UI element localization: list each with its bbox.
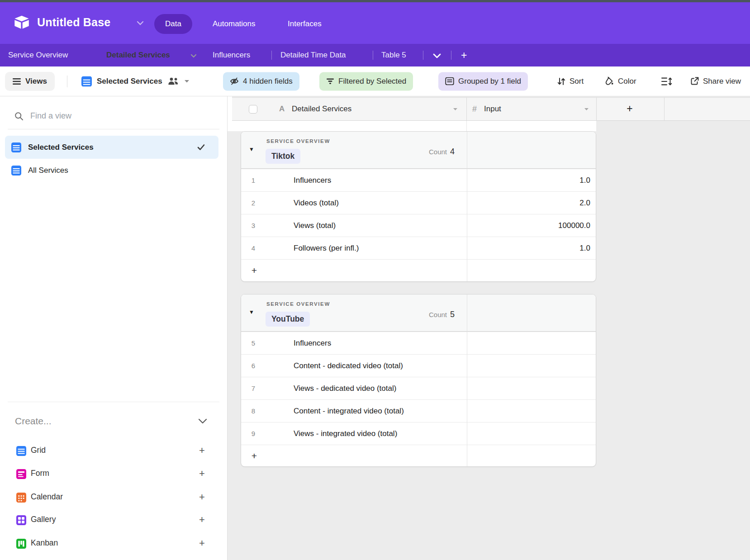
group-field-label: SERVICE OVERVIEW [266,138,330,144]
cell-service-name[interactable]: Content - dedicated video (total) [294,355,403,377]
airtable-logo-icon[interactable] [14,15,30,30]
create-item-label: Form [31,469,49,478]
cell-service-name[interactable]: Views (total) [294,214,336,237]
table-tab-service-overview[interactable]: Service Overview [8,44,68,66]
column-header-input[interactable]: Input [484,98,501,120]
find-view-search[interactable]: Find a view [14,111,71,121]
sidebar-view-all-services[interactable]: All Services [5,159,218,182]
cell-input-value[interactable]: 100000.0 [467,214,596,237]
table-row: 6 Content - dedicated video (total) [241,354,596,377]
grid-gutter [228,96,232,131]
topnav-tab-automations[interactable]: Automations [202,14,266,34]
base-menu-chevron-icon[interactable] [137,21,144,25]
table-row: 1 Influencers 1.0 [241,169,596,191]
cell-input-value[interactable] [467,332,596,354]
cell-service-name[interactable]: Views - integrated video (total) [294,422,397,445]
cell-service-name[interactable]: Influencers [294,169,331,191]
collaborators-icon[interactable] [167,77,179,86]
create-item-form[interactable]: Form + [0,463,228,485]
column-divider [596,98,597,120]
row-number[interactable]: 9 [241,422,266,445]
create-item-label: Gallery [31,515,56,524]
collapse-triangle-icon[interactable]: ▼ [249,309,254,315]
add-row-row[interactable]: + [241,259,596,282]
row-number[interactable]: 2 [241,192,266,214]
topnav-tab-data[interactable]: Data [154,14,192,34]
collapse-triangle-icon[interactable]: ▼ [249,146,254,152]
cell-service-name[interactable]: Followers (per infl.) [294,237,359,259]
cell-service-name[interactable]: Views - dedicated video (total) [294,377,396,399]
share-view-button[interactable]: Share view [690,77,741,86]
create-section-header[interactable]: Create... [0,412,228,432]
group-field-label: SERVICE OVERVIEW [266,301,330,307]
cell-service-name[interactable]: Influencers [294,332,331,354]
text-field-type-icon: A [279,98,285,120]
hidden-fields-button[interactable]: 4 hidden fields [223,72,299,90]
add-icon[interactable]: + [199,491,205,503]
group-header: ▼ SERVICE OVERVIEW YouTube Count 5 [241,294,596,332]
table-tab-table-5[interactable]: Table 5 [381,44,406,66]
row-number[interactable]: 6 [241,355,266,377]
find-view-placeholder: Find a view [30,111,71,121]
add-row-icon[interactable]: + [249,260,259,281]
color-button[interactable]: Color [605,77,636,86]
create-label: Create... [15,416,52,427]
add-row-icon[interactable]: + [249,445,259,467]
cell-input-value[interactable] [467,422,596,445]
column-menu-chevron-icon[interactable] [584,108,589,111]
sidebar-view-selected-services[interactable]: Selected Services [5,136,218,159]
row-number[interactable]: 5 [241,332,266,354]
row-number[interactable]: 3 [241,214,266,237]
add-icon[interactable]: + [199,537,205,549]
cell-service-name[interactable]: Videos (total) [294,192,339,214]
cell-input-value[interactable]: 2.0 [467,192,596,214]
base-title[interactable]: Untitled Base [37,16,110,29]
chevron-down-icon [198,418,207,424]
add-row-row[interactable]: + [241,445,596,467]
row-number[interactable]: 8 [241,400,266,422]
create-item-kanban[interactable]: Kanban + [0,532,228,555]
row-number[interactable]: 4 [241,237,266,259]
views-sidebar: Find a view Selected Services All Servic… [0,96,228,560]
create-item-calendar[interactable]: Calendar + [0,486,228,509]
column-menu-chevron-icon[interactable] [453,108,458,111]
cell-input-value[interactable]: 1.0 [467,169,596,191]
current-view-switcher[interactable]: Selected Services [81,76,190,86]
group-card-tiktok: ▼ SERVICE OVERVIEW Tiktok Count 4 1 Infl… [241,131,596,282]
add-icon[interactable]: + [199,514,205,526]
row-number[interactable]: 1 [241,169,266,191]
cell-input-value[interactable] [467,377,596,399]
view-name: All Services [28,166,68,175]
views-button[interactable]: Views [5,72,55,91]
cell-service-name[interactable]: Content - integrated video (total) [294,400,404,422]
column-header-detailed-services[interactable]: Detailed Services [292,98,351,120]
table-tab-detailed-time-data[interactable]: Detailed Time Data [280,44,346,66]
group-label: Grouped by 1 field [458,77,521,86]
group-count: Count 5 [429,310,455,319]
topnav-tab-interfaces[interactable]: Interfaces [277,14,332,34]
select-all-checkbox[interactable] [249,105,257,114]
row-height-button[interactable] [661,77,672,85]
add-field-button[interactable]: + [620,98,639,119]
app-topbar: Untitled Base Data Automations Interface… [0,2,750,44]
cell-input-value[interactable]: 1.0 [467,237,596,259]
table-list-chevron-icon[interactable] [432,53,441,59]
add-icon[interactable]: + [199,445,205,456]
sidebar-divider [8,129,219,129]
grid-header-row: A Detailed Services # Input + [232,97,750,121]
add-icon[interactable]: + [199,468,205,479]
row-number[interactable]: 7 [241,377,266,399]
column-divider [466,98,467,120]
filter-button[interactable]: Filtered by Selected [319,72,413,90]
create-item-gallery[interactable]: Gallery + [0,509,228,532]
cell-input-value[interactable] [467,400,596,422]
table-tab-influencers[interactable]: Influencers [213,44,250,66]
add-table-button[interactable]: + [461,44,467,66]
group-button[interactable]: Grouped by 1 field [438,72,528,90]
sort-button[interactable]: Sort [557,77,584,86]
cell-input-value[interactable] [467,355,596,377]
hamburger-icon [13,78,21,85]
view-switcher-chevron-icon [184,80,190,83]
table-tab-chevron-icon[interactable] [190,54,197,58]
create-item-grid[interactable]: Grid + [0,440,228,462]
